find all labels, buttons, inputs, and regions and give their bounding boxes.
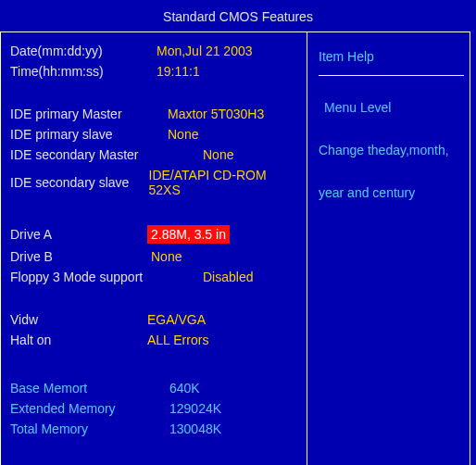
basemem-label: Base Memort	[10, 381, 169, 396]
ide-pm-label: IDE primary Master	[10, 107, 168, 121]
halt-label: Halt on	[10, 333, 147, 347]
row-ide-primary-slave[interactable]: IDE primary slave None	[10, 127, 299, 142]
row-video[interactable]: Vidw EGA/VGA	[10, 312, 299, 327]
drive-a-label: Drive A	[10, 227, 147, 242]
row-extended-memory: Extended Memory 129024K	[10, 401, 299, 416]
row-ide-secondary-slave[interactable]: IDE secondary slave IDE/ATAPI CD-ROM 52X…	[10, 168, 299, 197]
ide-ss-label: IDE secondary slave	[10, 175, 149, 190]
row-base-memory: Base Memort 640K	[10, 381, 299, 396]
totmem-label: Total Memory	[10, 421, 169, 436]
help-divider	[319, 75, 464, 76]
ide-ps-label: IDE primary slave	[10, 127, 168, 142]
row-floppy3[interactable]: Floppy 3 Mode support Disabled	[10, 270, 299, 284]
menu-level: Menu Level	[324, 100, 464, 115]
page-title: Standard CMOS Features	[0, 0, 476, 31]
row-drive-a[interactable]: Drive A 2.88M, 3.5 in	[10, 225, 299, 244]
row-ide-secondary-master[interactable]: IDE secondary Master None	[10, 147, 299, 162]
video-label: Vidw	[10, 312, 147, 327]
row-date[interactable]: Date(mm:dd:yy) Mon,Jul 21 2003	[10, 44, 299, 58]
help-panel: Item Help Menu Level Change theday,month…	[307, 31, 470, 465]
ide-ss-value: IDE/ATAPI CD-ROM 52XS	[149, 168, 299, 197]
ide-sm-label: IDE secondary Master	[10, 147, 203, 162]
row-ide-primary-master[interactable]: IDE primary Master Maxtor 5T030H3	[10, 107, 299, 121]
floppy3-value: Disabled	[203, 270, 253, 284]
drive-b-label: Drive B	[10, 249, 151, 264]
video-value: EGA/VGA	[147, 312, 206, 327]
extmem-label: Extended Memory	[10, 401, 169, 416]
floppy3-label: Floppy 3 Mode support	[10, 270, 203, 284]
ide-sm-value: None	[203, 147, 233, 162]
extmem-value: 129024K	[169, 401, 221, 416]
row-halt[interactable]: Halt on ALL Errors	[10, 333, 299, 347]
basemem-value: 640K	[169, 381, 200, 396]
ide-ps-value: None	[168, 127, 198, 142]
totmem-value: 130048K	[169, 421, 221, 436]
settings-panel: Date(mm:dd:yy) Mon,Jul 21 2003 Time(hh:m…	[0, 31, 307, 465]
help-text-line2: year and century	[319, 185, 464, 200]
panels: Date(mm:dd:yy) Mon,Jul 21 2003 Time(hh:m…	[0, 31, 476, 465]
row-drive-b[interactable]: Drive B None	[10, 249, 299, 264]
ide-pm-value: Maxtor 5T030H3	[168, 107, 264, 121]
row-time[interactable]: Time(hh:mm:ss) 19:11:1	[10, 64, 299, 79]
time-value: 19:11:1	[157, 64, 200, 79]
row-total-memory: Total Memory 130048K	[10, 421, 299, 436]
item-help-heading: Item Help	[319, 49, 464, 64]
drive-b-value: None	[151, 249, 182, 264]
date-value: Mon,Jul 21 2003	[157, 44, 253, 58]
bios-screen: Standard CMOS Features Date(mm:dd:yy) Mo…	[0, 0, 476, 465]
halt-value: ALL Errors	[147, 333, 208, 347]
drive-a-value: 2.88M, 3.5 in	[147, 225, 230, 244]
help-text-line1: Change theday,month,	[319, 143, 464, 157]
date-label: Date(mm:dd:yy)	[10, 44, 157, 58]
time-label: Time(hh:mm:ss)	[10, 64, 157, 79]
